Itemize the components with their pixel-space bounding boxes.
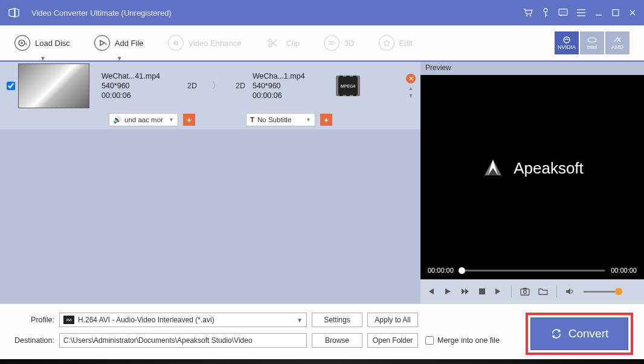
svg-point-16 (564, 37, 570, 43)
add-subtitle-button[interactable]: + (320, 114, 332, 126)
refresh-icon (550, 328, 562, 340)
chevron-down-icon: ▼ (169, 117, 174, 123)
main-window: Video Converter Ultimate (Unregistered) (0, 0, 644, 359)
add-file-button[interactable]: + Add File ▼ (94, 35, 144, 51)
next-button[interactable] (494, 287, 503, 296)
svg-rect-7 (613, 10, 619, 16)
preview-video-area[interactable]: Apeaksoft (420, 75, 644, 261)
svg-point-17 (588, 37, 596, 42)
load-disc-button[interactable]: + Load Disc ▼ (14, 35, 70, 51)
preview-label: Preview (420, 62, 644, 75)
convert-button[interactable]: Convert (530, 317, 628, 350)
svg-point-9 (21, 42, 23, 44)
intel-badge[interactable]: Intel (580, 31, 604, 54)
apply-to-all-button[interactable]: Apply to All (367, 313, 418, 327)
seek-slider[interactable] (460, 270, 605, 271)
profile-select[interactable]: AVI H.264 AVI - Audio-Video Interleaved … (59, 313, 307, 327)
svg-point-6 (564, 11, 565, 13)
file-list-pane: WeChat...41.mp4 540*960 00:00:06 2D 〉 2D… (0, 62, 420, 304)
stop-button[interactable] (478, 288, 486, 295)
target-file-info: WeCha...1.mp4 540*960 00:00:06 (253, 72, 331, 100)
speaker-icon: 🔊 (113, 115, 121, 124)
remove-file-button[interactable]: ✕ (406, 74, 416, 83)
prev-button[interactable] (427, 287, 435, 296)
file-row[interactable]: WeChat...41.mp4 540*960 00:00:06 2D 〉 2D… (0, 62, 420, 110)
file-list-empty-area[interactable] (0, 129, 420, 304)
source-filename: WeChat...41.mp4 (101, 72, 180, 80)
snapshot-button[interactable] (520, 287, 530, 296)
svg-point-15 (269, 44, 272, 47)
feedback-icon[interactable] (558, 8, 568, 17)
move-down-icon[interactable]: ▼ (408, 93, 414, 98)
svg-point-2 (544, 8, 547, 12)
scissors-icon (265, 35, 281, 51)
close-icon[interactable] (628, 8, 637, 17)
arrow-right-icon: 〉 (204, 80, 228, 91)
volume-icon[interactable] (565, 287, 575, 296)
move-up-icon[interactable]: ▲ (408, 86, 414, 91)
chevron-down-icon[interactable]: ▼ (40, 55, 46, 62)
browse-button[interactable]: Browse (312, 333, 362, 348)
brand-logo-icon (481, 156, 505, 180)
svg-point-1 (530, 15, 531, 16)
target-mode: 2D (228, 82, 253, 90)
play-button[interactable] (443, 287, 452, 296)
svg-point-14 (269, 39, 272, 42)
format-icon: AVI (63, 316, 74, 324)
key-icon[interactable] (541, 8, 550, 18)
svg-text:+: + (25, 41, 27, 47)
amd-badge[interactable]: AMD (605, 31, 630, 54)
menu-icon[interactable] (576, 9, 586, 16)
edit-button[interactable]: Edit (379, 35, 413, 51)
target-resolution: 540*960 (253, 82, 331, 90)
target-duration: 00:00:06 (253, 91, 331, 100)
preview-pane: Preview Apeaksoft 00:00:00 00:00:00 (420, 62, 644, 304)
svg-rect-18 (479, 288, 485, 294)
source-mode: 2D (180, 82, 204, 90)
convert-highlight: Convert (526, 313, 633, 355)
chevron-down-icon: ▼ (297, 317, 303, 323)
svg-point-20 (524, 291, 527, 294)
destination-field[interactable]: C:\Users\Administrator\Documents\Apeakso… (59, 333, 307, 348)
settings-button[interactable]: Settings (312, 313, 362, 327)
file-sub-row: 🔊 und aac mor ▼ + T No Subtitle ▼ + (0, 110, 420, 129)
folder-button[interactable] (538, 287, 548, 296)
volume-slider[interactable] (584, 291, 620, 293)
merge-checkbox[interactable] (425, 336, 434, 345)
play-icon: + (94, 35, 110, 51)
3d-button[interactable]: 3D 3D (324, 35, 355, 51)
merge-checkbox-label[interactable]: Merge into one file (425, 336, 500, 345)
nvidia-badge[interactable]: NVIDIA (555, 31, 579, 54)
source-resolution: 540*960 (101, 82, 180, 90)
source-duration: 00:00:06 (101, 91, 180, 100)
profile-label: Profile: (11, 316, 54, 324)
fast-forward-button[interactable] (460, 287, 470, 296)
player-controls (420, 279, 644, 304)
minimize-icon[interactable] (594, 8, 603, 17)
source-file-info: WeChat...41.mp4 540*960 00:00:06 (101, 72, 180, 100)
codec-icon: MPEG4 (336, 76, 360, 96)
preview-timeline[interactable]: 00:00:00 00:00:00 (420, 261, 644, 279)
audio-track-select[interactable]: 🔊 und aac mor ▼ (109, 113, 178, 126)
video-enhance-button[interactable]: Video Enhance (168, 35, 242, 51)
video-thumbnail[interactable] (18, 63, 89, 108)
svg-point-4 (561, 11, 562, 13)
svg-rect-19 (521, 289, 529, 295)
add-audio-button[interactable]: + (183, 114, 195, 126)
subtitle-select[interactable]: T No Subtitle ▼ (246, 113, 315, 126)
time-total: 00:00:00 (611, 267, 637, 274)
chevron-down-icon: ▼ (306, 117, 311, 123)
svg-point-5 (562, 11, 564, 13)
text-icon: T (250, 116, 254, 123)
open-folder-button[interactable]: Open Folder (367, 333, 418, 348)
cart-icon[interactable] (523, 8, 533, 17)
maximize-icon[interactable] (611, 8, 620, 17)
file-checkbox[interactable] (7, 82, 15, 90)
clip-button[interactable]: Clip (265, 35, 299, 51)
svg-point-8 (19, 40, 25, 46)
toolbar: + Load Disc ▼ + Add File ▼ Video Enhance… (0, 25, 644, 62)
app-logo-icon (7, 6, 21, 19)
star-icon (379, 35, 394, 51)
chevron-down-icon[interactable]: ▼ (117, 55, 123, 62)
enhance-icon (168, 35, 184, 51)
